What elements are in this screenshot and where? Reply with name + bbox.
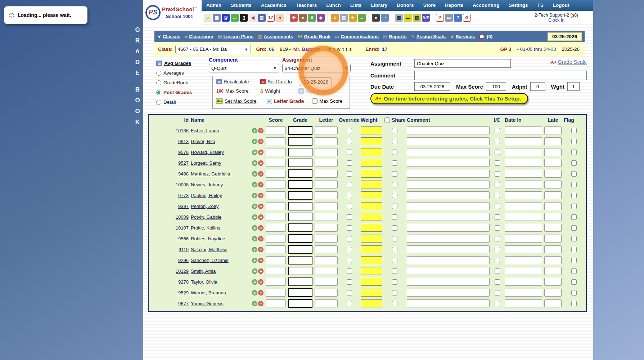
student-name-link[interactable]: Sanchez, Lizlianie <box>191 258 229 263</box>
grade-input[interactable] <box>288 148 312 156</box>
share-checkbox[interactable] <box>392 268 397 274</box>
radio-button[interactable] <box>156 71 161 76</box>
phone-icon[interactable]: ▯ <box>240 14 248 22</box>
share-checkbox[interactable] <box>392 214 397 220</box>
override-checkbox[interactable] <box>347 139 352 144</box>
ic-checkbox[interactable] <box>495 193 500 198</box>
weight-input[interactable] <box>361 126 382 134</box>
weight-input[interactable] <box>361 278 382 286</box>
plus-icon[interactable]: + <box>252 182 257 187</box>
score-input[interactable] <box>266 137 286 145</box>
letter-input[interactable] <box>315 213 338 221</box>
nav-item-grade-book[interactable]: A+Grade Book <box>297 34 330 39</box>
payroll-icon[interactable]: ▤ <box>413 14 421 22</box>
print-icon[interactable]: ▭ <box>445 14 453 22</box>
score-input[interactable] <box>266 267 286 275</box>
date-in-input[interactable] <box>505 245 542 253</box>
override-checkbox[interactable] <box>347 171 352 177</box>
score-input[interactable] <box>266 289 286 297</box>
menu-item-library[interactable]: Library <box>366 0 392 11</box>
date-in-input[interactable] <box>505 170 542 178</box>
late-input[interactable] <box>544 235 562 243</box>
student-id-link[interactable]: 10008 <box>176 182 189 187</box>
flag-checkbox[interactable] <box>571 193 577 198</box>
comment-input[interactable] <box>407 267 490 275</box>
score-input[interactable] <box>266 191 286 199</box>
late-input[interactable] <box>544 170 562 178</box>
menu-item-ts[interactable]: TS <box>532 0 548 11</box>
bell-icon[interactable]: ✦ <box>349 14 357 22</box>
late-input[interactable] <box>544 224 562 232</box>
minus-icon[interactable]: − <box>258 236 264 241</box>
student-name-link[interactable]: Potvin, Gabbie <box>191 214 221 220</box>
score-input[interactable] <box>266 159 286 167</box>
help-icon[interactable]: ? <box>454 14 462 22</box>
override-checkbox[interactable] <box>347 290 352 295</box>
flag-checkbox[interactable] <box>571 150 577 155</box>
date-in-input[interactable] <box>505 159 542 167</box>
calendar-grid-icon[interactable]: ▦ <box>213 14 221 22</box>
menu-item-admin[interactable]: Admin <box>202 0 226 11</box>
plus-icon[interactable]: + <box>252 236 257 241</box>
max-score-input[interactable] <box>486 82 506 91</box>
date-in-input[interactable] <box>505 299 542 307</box>
flag-checkbox[interactable] <box>571 268 577 274</box>
minus-icon[interactable]: − <box>258 268 264 274</box>
due-date-input[interactable] <box>414 82 450 91</box>
letter-input[interactable] <box>315 278 338 286</box>
share-checkbox[interactable] <box>392 204 397 209</box>
share-checkbox[interactable] <box>392 128 397 133</box>
comment-input[interactable] <box>407 191 490 199</box>
grade-input[interactable] <box>288 169 312 178</box>
late-input[interactable] <box>544 278 562 286</box>
share-all-checkbox[interactable] <box>384 117 390 123</box>
grade-input[interactable] <box>288 234 312 243</box>
grade-input[interactable] <box>288 288 312 297</box>
ic-checkbox[interactable] <box>495 225 500 231</box>
minus-icon[interactable]: − <box>258 150 264 155</box>
weight-input[interactable] <box>361 213 382 221</box>
date-in-input[interactable] <box>505 213 542 221</box>
menu-item-logout[interactable]: Logout <box>548 0 574 11</box>
set-date-in-link[interactable]: Set Date In <box>267 79 292 84</box>
card-icon[interactable]: ▬ <box>404 14 412 22</box>
weight-input[interactable] <box>361 181 382 188</box>
student-name-link[interactable]: Fisher, Lando <box>191 128 219 133</box>
ap-icon[interactable]: A/P <box>422 14 430 22</box>
minus-icon[interactable]: − <box>258 139 264 144</box>
plus-icon[interactable]: + <box>252 225 257 231</box>
ic-checkbox[interactable] <box>495 160 500 166</box>
student-name-link[interactable]: Howard, Brailey <box>191 150 224 155</box>
grade-input[interactable] <box>288 137 312 146</box>
comment-input[interactable] <box>407 245 490 253</box>
minus-icon[interactable]: − <box>258 225 264 231</box>
grade-input[interactable] <box>288 277 312 286</box>
class-select[interactable]: 4667 - 06 ELA - Mr. Ba▼ <box>175 45 251 54</box>
weight-input[interactable] <box>361 256 382 264</box>
late-input[interactable] <box>544 126 562 134</box>
minus-icon[interactable]: − <box>258 279 264 285</box>
date-in-input[interactable] <box>505 235 542 243</box>
letter-input[interactable] <box>315 267 338 275</box>
email-at-icon[interactable]: @ <box>222 14 230 22</box>
adjmt-input[interactable] <box>530 82 545 91</box>
add-student-icon[interactable]: ✚ <box>290 14 298 22</box>
student-id-link[interactable]: 10009 <box>176 214 189 220</box>
ic-checkbox[interactable] <box>495 247 500 252</box>
plus-icon[interactable]: + <box>252 171 257 177</box>
minus-icon[interactable]: − <box>258 171 264 177</box>
grade-input[interactable] <box>288 159 312 167</box>
menu-item-reports[interactable]: Reports <box>440 0 468 11</box>
minus-icon[interactable]: − <box>258 247 264 252</box>
max-score-checkbox[interactable] <box>312 98 318 104</box>
student-id-link[interactable]: 9529 <box>178 290 189 295</box>
comment-input[interactable] <box>407 235 490 243</box>
override-checkbox[interactable] <box>347 301 352 306</box>
weight-input[interactable] <box>361 170 382 178</box>
date-in-input[interactable] <box>505 126 542 134</box>
ic-checkbox[interactable] <box>495 236 500 241</box>
comment-input[interactable] <box>407 299 490 307</box>
plus-icon[interactable]: + <box>252 150 257 155</box>
late-input[interactable] <box>544 289 562 297</box>
menu-item-lists[interactable]: Lists <box>346 0 366 11</box>
